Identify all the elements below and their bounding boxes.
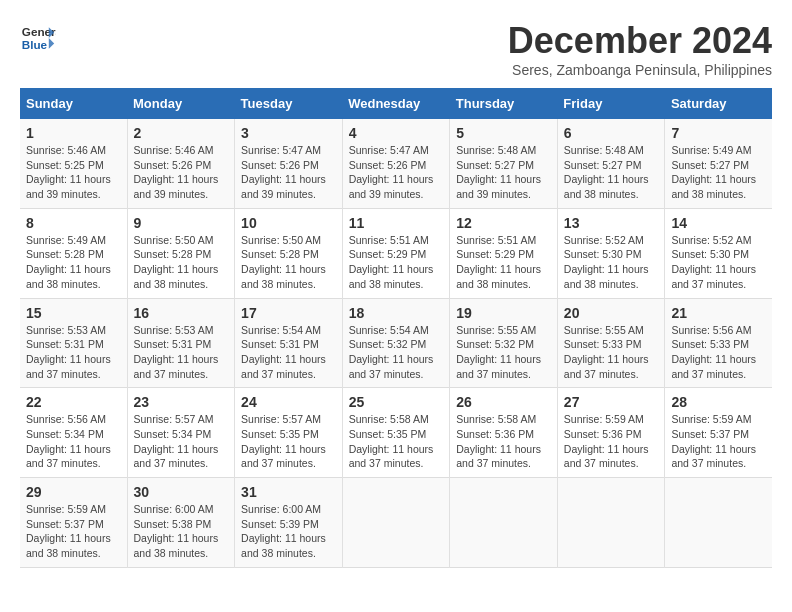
day-number: 17 (241, 305, 336, 321)
day-info: Sunrise: 5:54 AM Sunset: 5:32 PM Dayligh… (349, 323, 444, 382)
calendar-cell: 4Sunrise: 5:47 AM Sunset: 5:26 PM Daylig… (342, 119, 450, 208)
day-number: 30 (134, 484, 229, 500)
day-info: Sunrise: 5:51 AM Sunset: 5:29 PM Dayligh… (456, 233, 551, 292)
day-number: 1 (26, 125, 121, 141)
day-number: 9 (134, 215, 229, 231)
calendar-cell: 9Sunrise: 5:50 AM Sunset: 5:28 PM Daylig… (127, 208, 235, 298)
day-number: 19 (456, 305, 551, 321)
calendar-cell: 8Sunrise: 5:49 AM Sunset: 5:28 PM Daylig… (20, 208, 127, 298)
day-number: 6 (564, 125, 659, 141)
calendar-cell: 18Sunrise: 5:54 AM Sunset: 5:32 PM Dayli… (342, 298, 450, 388)
header-friday: Friday (557, 88, 665, 119)
calendar-cell: 31Sunrise: 6:00 AM Sunset: 5:39 PM Dayli… (235, 478, 343, 568)
calendar-cell: 23Sunrise: 5:57 AM Sunset: 5:34 PM Dayli… (127, 388, 235, 478)
day-info: Sunrise: 5:52 AM Sunset: 5:30 PM Dayligh… (564, 233, 659, 292)
calendar-cell: 25Sunrise: 5:58 AM Sunset: 5:35 PM Dayli… (342, 388, 450, 478)
header-sunday: Sunday (20, 88, 127, 119)
calendar-cell: 13Sunrise: 5:52 AM Sunset: 5:30 PM Dayli… (557, 208, 665, 298)
day-number: 31 (241, 484, 336, 500)
location-subtitle: Seres, Zamboanga Peninsula, Philippines (508, 62, 772, 78)
calendar-cell: 2Sunrise: 5:46 AM Sunset: 5:26 PM Daylig… (127, 119, 235, 208)
logo: General Blue (20, 20, 56, 56)
header-thursday: Thursday (450, 88, 558, 119)
calendar-cell: 1Sunrise: 5:46 AM Sunset: 5:25 PM Daylig… (20, 119, 127, 208)
header-monday: Monday (127, 88, 235, 119)
day-info: Sunrise: 5:48 AM Sunset: 5:27 PM Dayligh… (564, 143, 659, 202)
day-number: 4 (349, 125, 444, 141)
calendar-cell: 30Sunrise: 6:00 AM Sunset: 5:38 PM Dayli… (127, 478, 235, 568)
day-number: 5 (456, 125, 551, 141)
day-info: Sunrise: 5:55 AM Sunset: 5:32 PM Dayligh… (456, 323, 551, 382)
month-title: December 2024 (508, 20, 772, 62)
day-info: Sunrise: 5:49 AM Sunset: 5:27 PM Dayligh… (671, 143, 766, 202)
logo-icon: General Blue (20, 20, 56, 56)
day-number: 22 (26, 394, 121, 410)
page-header: General Blue December 2024 Seres, Zamboa… (20, 20, 772, 78)
calendar-cell (450, 478, 558, 568)
calendar-cell: 3Sunrise: 5:47 AM Sunset: 5:26 PM Daylig… (235, 119, 343, 208)
day-number: 8 (26, 215, 121, 231)
day-number: 10 (241, 215, 336, 231)
calendar-cell: 28Sunrise: 5:59 AM Sunset: 5:37 PM Dayli… (665, 388, 772, 478)
day-info: Sunrise: 5:58 AM Sunset: 5:36 PM Dayligh… (456, 412, 551, 471)
calendar-cell: 7Sunrise: 5:49 AM Sunset: 5:27 PM Daylig… (665, 119, 772, 208)
calendar-body: 1Sunrise: 5:46 AM Sunset: 5:25 PM Daylig… (20, 119, 772, 567)
day-info: Sunrise: 5:53 AM Sunset: 5:31 PM Dayligh… (26, 323, 121, 382)
calendar-cell: 20Sunrise: 5:55 AM Sunset: 5:33 PM Dayli… (557, 298, 665, 388)
header-wednesday: Wednesday (342, 88, 450, 119)
svg-text:Blue: Blue (22, 38, 48, 51)
calendar-cell (342, 478, 450, 568)
day-number: 13 (564, 215, 659, 231)
day-info: Sunrise: 5:53 AM Sunset: 5:31 PM Dayligh… (134, 323, 229, 382)
day-number: 11 (349, 215, 444, 231)
calendar-week-row: 15Sunrise: 5:53 AM Sunset: 5:31 PM Dayli… (20, 298, 772, 388)
calendar-cell: 5Sunrise: 5:48 AM Sunset: 5:27 PM Daylig… (450, 119, 558, 208)
day-info: Sunrise: 5:48 AM Sunset: 5:27 PM Dayligh… (456, 143, 551, 202)
day-info: Sunrise: 5:52 AM Sunset: 5:30 PM Dayligh… (671, 233, 766, 292)
calendar-week-row: 29Sunrise: 5:59 AM Sunset: 5:37 PM Dayli… (20, 478, 772, 568)
day-info: Sunrise: 5:47 AM Sunset: 5:26 PM Dayligh… (241, 143, 336, 202)
day-info: Sunrise: 5:50 AM Sunset: 5:28 PM Dayligh… (134, 233, 229, 292)
calendar-cell: 16Sunrise: 5:53 AM Sunset: 5:31 PM Dayli… (127, 298, 235, 388)
header-row: Sunday Monday Tuesday Wednesday Thursday… (20, 88, 772, 119)
day-number: 15 (26, 305, 121, 321)
day-number: 20 (564, 305, 659, 321)
calendar-cell: 22Sunrise: 5:56 AM Sunset: 5:34 PM Dayli… (20, 388, 127, 478)
calendar-cell: 29Sunrise: 5:59 AM Sunset: 5:37 PM Dayli… (20, 478, 127, 568)
calendar-cell (557, 478, 665, 568)
calendar-header: Sunday Monday Tuesday Wednesday Thursday… (20, 88, 772, 119)
day-info: Sunrise: 5:59 AM Sunset: 5:37 PM Dayligh… (671, 412, 766, 471)
calendar-cell: 14Sunrise: 5:52 AM Sunset: 5:30 PM Dayli… (665, 208, 772, 298)
day-number: 2 (134, 125, 229, 141)
calendar-cell: 15Sunrise: 5:53 AM Sunset: 5:31 PM Dayli… (20, 298, 127, 388)
calendar-cell: 11Sunrise: 5:51 AM Sunset: 5:29 PM Dayli… (342, 208, 450, 298)
day-info: Sunrise: 5:46 AM Sunset: 5:25 PM Dayligh… (26, 143, 121, 202)
day-info: Sunrise: 5:46 AM Sunset: 5:26 PM Dayligh… (134, 143, 229, 202)
day-info: Sunrise: 5:55 AM Sunset: 5:33 PM Dayligh… (564, 323, 659, 382)
day-info: Sunrise: 5:59 AM Sunset: 5:36 PM Dayligh… (564, 412, 659, 471)
header-saturday: Saturday (665, 88, 772, 119)
day-info: Sunrise: 5:57 AM Sunset: 5:34 PM Dayligh… (134, 412, 229, 471)
calendar-cell: 24Sunrise: 5:57 AM Sunset: 5:35 PM Dayli… (235, 388, 343, 478)
day-info: Sunrise: 5:51 AM Sunset: 5:29 PM Dayligh… (349, 233, 444, 292)
calendar-week-row: 8Sunrise: 5:49 AM Sunset: 5:28 PM Daylig… (20, 208, 772, 298)
day-number: 21 (671, 305, 766, 321)
day-number: 29 (26, 484, 121, 500)
day-info: Sunrise: 6:00 AM Sunset: 5:39 PM Dayligh… (241, 502, 336, 561)
day-number: 18 (349, 305, 444, 321)
day-number: 16 (134, 305, 229, 321)
day-info: Sunrise: 5:56 AM Sunset: 5:34 PM Dayligh… (26, 412, 121, 471)
calendar-cell: 21Sunrise: 5:56 AM Sunset: 5:33 PM Dayli… (665, 298, 772, 388)
calendar-week-row: 22Sunrise: 5:56 AM Sunset: 5:34 PM Dayli… (20, 388, 772, 478)
day-info: Sunrise: 6:00 AM Sunset: 5:38 PM Dayligh… (134, 502, 229, 561)
day-number: 3 (241, 125, 336, 141)
day-info: Sunrise: 5:59 AM Sunset: 5:37 PM Dayligh… (26, 502, 121, 561)
title-section: December 2024 Seres, Zamboanga Peninsula… (508, 20, 772, 78)
day-info: Sunrise: 5:57 AM Sunset: 5:35 PM Dayligh… (241, 412, 336, 471)
calendar-cell: 19Sunrise: 5:55 AM Sunset: 5:32 PM Dayli… (450, 298, 558, 388)
day-number: 14 (671, 215, 766, 231)
calendar-cell (665, 478, 772, 568)
calendar-cell: 27Sunrise: 5:59 AM Sunset: 5:36 PM Dayli… (557, 388, 665, 478)
day-info: Sunrise: 5:54 AM Sunset: 5:31 PM Dayligh… (241, 323, 336, 382)
day-number: 12 (456, 215, 551, 231)
